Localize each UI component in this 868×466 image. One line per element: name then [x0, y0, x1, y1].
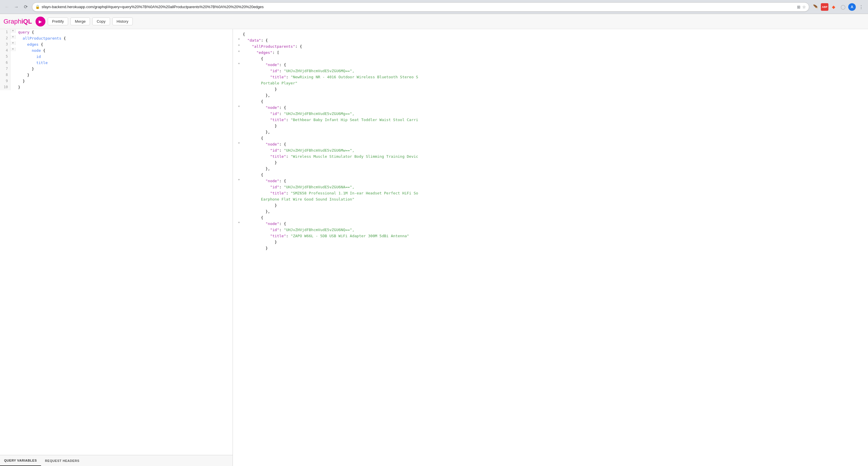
extensions-icon[interactable]: 🪶	[811, 3, 820, 11]
json-punctuation: }	[243, 203, 277, 208]
json-value: "Wireless Muscle Stimulator Body Slimmin…	[290, 154, 418, 159]
result-line: {	[236, 31, 865, 37]
line-number: 9	[0, 78, 10, 84]
json-key: "title"	[270, 191, 286, 195]
results-pane[interactable]: {▼ "data": {▼ "allProductparents": {▼ "e…	[233, 29, 868, 466]
result-line: "id": "UHJvZHVjdFBhcmVudE5vZGU6Mg==",	[236, 111, 865, 117]
json-key: "edges"	[256, 50, 273, 55]
json-punctuation: }	[243, 160, 277, 165]
json-value: "SMZ658 Professional 1.1M In-ear Headset…	[290, 191, 418, 195]
forward-button[interactable]: →	[12, 3, 20, 11]
code-line-1: 1▼query {	[0, 29, 232, 35]
json-colon: :	[279, 112, 284, 116]
brace-token: }	[32, 67, 34, 71]
browser-actions: 🪶 ABP ◆ ◯ A ⋮	[811, 3, 865, 11]
copy-button[interactable]: Copy	[92, 18, 110, 25]
reload-button[interactable]: ⟳	[22, 3, 30, 11]
json-key: "id"	[270, 112, 279, 116]
result-content: "node": {	[243, 142, 286, 148]
result-gutter: ▼	[236, 44, 242, 48]
json-key: "node"	[266, 142, 279, 147]
prettify-button[interactable]: Prettify	[48, 18, 68, 25]
result-content: {	[243, 56, 263, 62]
result-line: ▼ "node": {	[236, 178, 865, 184]
line-number: 7	[0, 66, 10, 72]
json-key: "id"	[270, 185, 279, 189]
result-fold-icon[interactable]: ▼	[238, 178, 240, 182]
result-content: "node": {	[243, 221, 286, 227]
request-headers-tab[interactable]: REQUEST HEADERS	[41, 455, 84, 466]
fold-arrow-icon[interactable]: ▼	[12, 48, 14, 51]
json-key: "id"	[270, 69, 279, 73]
result-gutter: ▼	[236, 178, 242, 182]
result-fold-icon[interactable]: ▼	[238, 37, 240, 41]
json-colon: : [	[273, 50, 279, 55]
line-content: title	[16, 60, 50, 66]
result-content: {	[243, 31, 245, 37]
result-content: "title": "Wireless Muscle Stimulator Bod…	[243, 154, 418, 160]
result-content: {	[243, 172, 263, 178]
result-line: ▼ "node": {	[236, 221, 865, 227]
query-variables-tab[interactable]: QUERY VARIABLES	[0, 455, 41, 466]
result-line: "title": "SMZ658 Professional 1.1M In-ea…	[236, 190, 865, 196]
json-colon: :	[286, 75, 291, 79]
menu-icon[interactable]: ⋮	[857, 3, 865, 11]
json-punctuation: },	[243, 130, 270, 134]
result-fold-icon[interactable]: ▼	[238, 50, 240, 54]
result-content: "data": {	[243, 37, 268, 44]
merge-button[interactable]: Merge	[70, 18, 90, 25]
brave-icon[interactable]: ◆	[830, 3, 838, 11]
result-line: },	[236, 93, 865, 99]
result-line: ▼ "node": {	[236, 105, 865, 111]
field-token: edges	[27, 42, 38, 46]
result-fold-icon[interactable]: ▼	[238, 221, 240, 225]
result-line: ▼ "allProductparents": {	[236, 44, 865, 50]
graphiql-app: GraphiQL ▶ Prettify Merge Copy History 1…	[0, 14, 868, 466]
fold-arrow-icon[interactable]: ▼	[12, 41, 14, 45]
result-line: "id": "UHJvZHVjdFBhcmVudE5vZGU6NQ==",	[236, 227, 865, 233]
brace-token: }	[27, 73, 29, 77]
brace-token: {	[29, 30, 34, 34]
profile-avatar[interactable]: A	[848, 3, 856, 11]
result-line: {	[236, 99, 865, 105]
json-punctuation: }	[243, 87, 277, 91]
brace-token: }	[23, 79, 25, 83]
result-content: "id": "UHJvZHVjdFBhcmVudE5vZGU6NA==",	[243, 184, 354, 190]
result-content: "title": "SMZ658 Professional 1.1M In-ea…	[243, 190, 418, 196]
json-punctuation: {	[243, 173, 263, 177]
json-punctuation: },	[243, 93, 270, 97]
json-punctuation: }	[243, 240, 277, 244]
kw-token: query	[18, 30, 29, 34]
run-button[interactable]: ▶	[35, 17, 45, 27]
result-fold-icon[interactable]: ▼	[238, 142, 240, 145]
address-bar[interactable]: 🔒 sfayn-backend.herokuapp.com/graphql/#q…	[32, 2, 809, 12]
line-number: 10	[0, 84, 10, 90]
result-line: "title": "Bethbear Baby Infant Hip Seat …	[236, 117, 865, 123]
result-line: {	[236, 172, 865, 178]
fold-arrow-icon[interactable]: ▼	[12, 29, 14, 33]
result-content: "title": "ZAPO W66L - 5DB USB WiFi Adapt…	[243, 233, 409, 239]
fold-arrow-icon[interactable]: ▼	[12, 35, 14, 39]
result-line: "title": "ZAPO W66L - 5DB USB WiFi Adapt…	[236, 233, 865, 239]
line-number: 5	[0, 54, 10, 60]
toolbar: GraphiQL ▶ Prettify Merge Copy History	[0, 14, 868, 29]
adblock-icon[interactable]: ABP	[821, 3, 829, 11]
brace-token: {	[61, 36, 66, 40]
variables-bar: QUERY VARIABLES REQUEST HEADERS	[0, 455, 232, 466]
line-number: 3	[0, 41, 10, 48]
history-button[interactable]: History	[112, 18, 133, 25]
crypto-icon[interactable]: ◯	[839, 3, 847, 11]
result-fold-icon[interactable]: ▼	[238, 44, 240, 48]
json-colon: : {	[279, 63, 286, 67]
url-text: sfayn-backend.herokuapp.com/graphql/#que…	[42, 5, 795, 9]
result-fold-icon[interactable]: ▼	[238, 105, 240, 108]
back-button[interactable]: ←	[3, 3, 11, 11]
line-content: id	[16, 54, 43, 60]
result-content: "id": "UHJvZHVjdFBhcmVudE5vZGU6Mw==",	[243, 148, 354, 154]
json-key: "node"	[266, 179, 279, 183]
result-fold-icon[interactable]: ▼	[238, 62, 240, 66]
query-editor[interactable]: 1▼query {2▼ allProductparents {3▼ edges …	[0, 29, 232, 455]
result-content: },	[243, 209, 270, 215]
json-punctuation: Earphone Flat Wire Good Sound Insulation…	[243, 197, 354, 201]
line-content: }	[16, 72, 32, 78]
